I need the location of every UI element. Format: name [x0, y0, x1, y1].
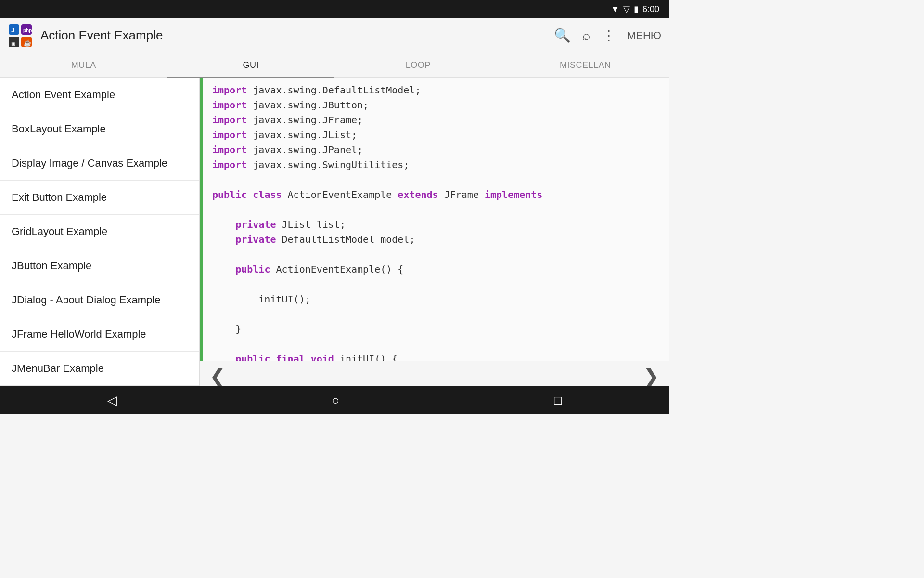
bottom-nav: ◁ ○ □	[0, 386, 669, 414]
tab-gui[interactable]: GUI	[167, 53, 335, 77]
code-panel: import javax.swing.DefaultListModel; imp…	[200, 78, 669, 390]
app-bar: J php ▣ ☕ Action Event Example 🔍 ⌕ ⋮ МЕН…	[0, 18, 669, 53]
list-item[interactable]: Display Image / Canvas Example	[0, 146, 199, 181]
code-divider	[200, 78, 203, 390]
svg-text:J: J	[11, 26, 14, 34]
home-button[interactable]: ○	[332, 393, 339, 408]
next-arrow[interactable]: ❯	[642, 364, 659, 388]
sidebar: Action Event Example BoxLayout Example D…	[0, 78, 200, 390]
tab-miscellan[interactable]: MISCELLAN	[502, 53, 669, 77]
code-content: import javax.swing.DefaultListModel; imp…	[200, 78, 669, 390]
back-button[interactable]: ◁	[107, 393, 117, 408]
wifi-icon: ▼	[611, 4, 619, 14]
svg-text:☕: ☕	[24, 39, 32, 47]
status-icons: ▼ ▽ ▮ 6:00	[611, 4, 659, 14]
list-item[interactable]: BoxLayout Example	[0, 112, 199, 146]
list-item[interactable]: JButton Example	[0, 249, 199, 283]
recent-button[interactable]: □	[554, 393, 562, 408]
app-logo: J php ▣ ☕	[8, 23, 33, 48]
prev-arrow[interactable]: ❮	[209, 364, 226, 388]
time-display: 6:00	[642, 4, 659, 14]
svg-text:php: php	[23, 28, 32, 33]
search-icon[interactable]: 🔍	[554, 27, 571, 43]
menu-label[interactable]: МЕНЮ	[627, 29, 661, 42]
list-item[interactable]: Action Event Example	[0, 78, 199, 112]
more-icon[interactable]: ⋮	[602, 27, 616, 43]
main-content: Action Event Example BoxLayout Example D…	[0, 78, 669, 390]
signal-icon: ▽	[623, 4, 630, 14]
share-icon[interactable]: ⌕	[582, 28, 590, 43]
tab-loop[interactable]: LOOP	[334, 53, 502, 77]
list-item[interactable]: JMenuBar Example	[0, 352, 199, 386]
list-item[interactable]: GridLayout Example	[0, 215, 199, 249]
list-item[interactable]: Exit Button Example	[0, 181, 199, 215]
app-bar-actions: 🔍 ⌕ ⋮ МЕНЮ	[554, 27, 661, 43]
svg-text:▣: ▣	[11, 41, 15, 46]
list-item[interactable]: JDialog - About Dialog Example	[0, 283, 199, 317]
status-bar: ▼ ▽ ▮ 6:00	[0, 0, 669, 18]
battery-icon: ▮	[634, 4, 639, 14]
tabs-bar: MULA GUI LOOP MISCELLAN	[0, 53, 669, 78]
list-item[interactable]: JFrame HelloWorld Example	[0, 317, 199, 352]
nav-arrows: ❮ ❯	[200, 361, 669, 390]
tab-formula[interactable]: MULA	[0, 53, 167, 77]
page-title: Action Event Example	[40, 28, 554, 43]
